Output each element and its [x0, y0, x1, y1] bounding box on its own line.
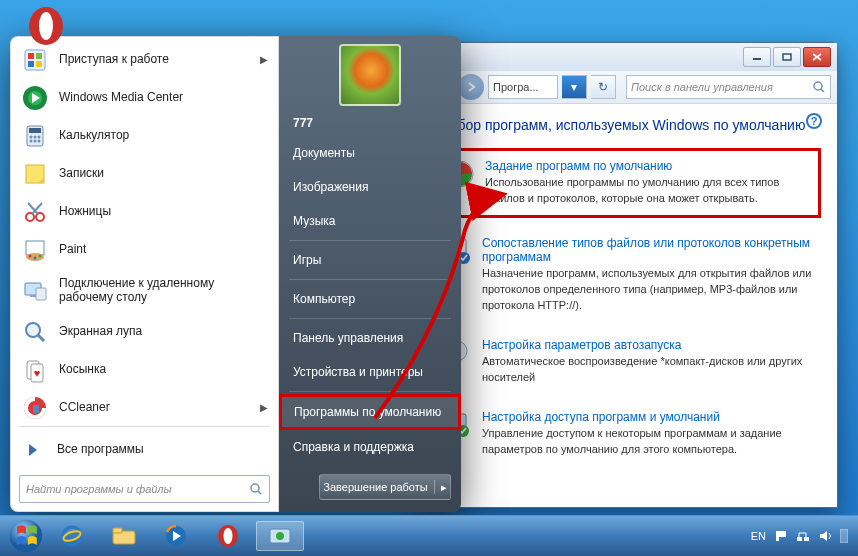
svg-point-37: [34, 140, 37, 143]
svg-rect-32: [29, 128, 41, 133]
option-link[interactable]: Сопоставление типов файлов или протоколо…: [482, 236, 817, 264]
svg-rect-83: [840, 529, 848, 543]
snip-icon: [21, 198, 49, 226]
svg-rect-27: [36, 61, 42, 67]
start-item-magnify[interactable]: Экранная лупа: [13, 313, 276, 351]
svg-text:♥: ♥: [34, 367, 41, 379]
svg-rect-78: [804, 537, 809, 541]
search-input[interactable]: Поиск в панели управления: [626, 75, 831, 99]
start-menu: Приступая к работе▶Windows Media CenterК…: [10, 36, 461, 512]
start-right-item-8[interactable]: Справка и поддержка: [279, 430, 461, 464]
start-menu-right-pane: 777 ДокументыИзображенияМузыкаИгрыКомпью…: [279, 36, 461, 512]
start-item-rdp[interactable]: Подключение к удаленному рабочему столу: [13, 269, 276, 313]
svg-rect-77: [797, 537, 802, 541]
user-avatar[interactable]: [339, 44, 401, 106]
taskbar-ie[interactable]: [48, 521, 96, 551]
taskbar-wmp[interactable]: [152, 521, 200, 551]
start-right-item-0[interactable]: Документы: [279, 136, 461, 170]
show-desktop-button[interactable]: [840, 529, 848, 543]
desktop-opera-icon[interactable]: [26, 6, 66, 49]
svg-rect-45: [26, 241, 44, 255]
sticky-icon: [21, 160, 49, 188]
start-menu-left-pane: Приступая к работе▶Windows Media CenterК…: [10, 36, 279, 512]
shutdown-button[interactable]: Завершение работы▸: [319, 474, 451, 500]
option-program-access[interactable]: Настройка доступа программ и умолчаний У…: [438, 406, 821, 462]
svg-point-33: [30, 136, 33, 139]
minimize-button[interactable]: [743, 47, 771, 67]
forward-button[interactable]: [458, 74, 484, 100]
svg-point-47: [29, 255, 32, 258]
calc-icon: [21, 122, 49, 150]
svg-point-75: [276, 532, 284, 540]
maximize-button[interactable]: [773, 47, 801, 67]
start-right-item-6[interactable]: Устройства и принтеры: [279, 355, 461, 389]
svg-line-62: [258, 491, 261, 494]
close-button[interactable]: [803, 47, 831, 67]
option-description: Автоматическое воспроизведение *компакт-…: [482, 355, 802, 383]
all-programs-icon: [19, 436, 47, 464]
option-link[interactable]: Задание программ по умолчанию: [485, 159, 814, 173]
start-item-snip[interactable]: Ножницы: [13, 193, 276, 231]
svg-rect-24: [28, 53, 34, 59]
window-titlebar[interactable]: [422, 43, 837, 71]
option-link[interactable]: Настройка параметров автозапуска: [482, 338, 817, 352]
svg-marker-82: [820, 531, 827, 541]
svg-line-54: [38, 335, 44, 341]
start-right-item-7[interactable]: Программы по умолчанию: [279, 394, 461, 430]
option-description: Назначение программ, используемых для от…: [482, 267, 811, 311]
submenu-arrow-icon: ▶: [260, 54, 268, 66]
svg-line-5: [821, 89, 824, 92]
svg-point-34: [34, 136, 37, 139]
search-icon: [249, 482, 263, 496]
start-right-item-2[interactable]: Музыка: [279, 204, 461, 238]
option-set-default-programs[interactable]: Задание программ по умолчанию Использова…: [438, 148, 821, 218]
start-item-paint[interactable]: Paint: [13, 231, 276, 269]
taskbar-opera[interactable]: [204, 521, 252, 551]
breadcrumb[interactable]: Програ...: [488, 75, 558, 99]
svg-point-35: [38, 136, 41, 139]
start-item-wmc[interactable]: Windows Media Center: [13, 79, 276, 117]
start-right-item-4[interactable]: Компьютер: [279, 282, 461, 316]
start-button[interactable]: [6, 516, 46, 556]
user-name[interactable]: 777: [279, 112, 461, 136]
start-item-solitaire[interactable]: ♥Косынка: [13, 351, 276, 389]
control-panel-window: Програ... ▾ ↻ Поиск в панели управления …: [421, 42, 838, 508]
taskbar: EN: [0, 515, 858, 556]
tray-network-icon[interactable]: [796, 529, 810, 543]
svg-point-4: [814, 82, 822, 90]
start-item-calc[interactable]: Калькулятор: [13, 117, 276, 155]
svg-rect-25: [36, 53, 42, 59]
start-search-input[interactable]: Найти программы и файлы: [19, 475, 270, 503]
tray-lang[interactable]: EN: [751, 530, 766, 542]
option-link[interactable]: Настройка доступа программ и умолчаний: [482, 410, 817, 424]
svg-point-61: [251, 484, 259, 492]
svg-rect-76: [776, 531, 779, 541]
start-item-ccleaner[interactable]: CCleaner▶: [13, 389, 276, 422]
start-right-item-5[interactable]: Панель управления: [279, 321, 461, 355]
option-description: Использование программы по умолчанию для…: [485, 176, 779, 204]
option-description: Управление доступом к некоторым программ…: [482, 427, 782, 455]
control-panel-body: ? Выбор программ, используемых Windows п…: [422, 104, 837, 507]
start-right-item-1[interactable]: Изображения: [279, 170, 461, 204]
tray-flag-icon[interactable]: [774, 529, 788, 543]
taskbar-control-panel[interactable]: [256, 521, 304, 551]
svg-rect-59: [33, 405, 39, 413]
help-icon[interactable]: ?: [805, 112, 823, 133]
solitaire-icon: ♥: [21, 356, 49, 384]
option-file-associations[interactable]: Сопоставление типов файлов или протоколо…: [438, 232, 821, 318]
start-right-item-3[interactable]: Игры: [279, 243, 461, 277]
refresh-button[interactable]: ↻: [591, 75, 616, 99]
tray-volume-icon[interactable]: [818, 529, 832, 543]
taskbar-explorer[interactable]: [100, 521, 148, 551]
svg-rect-51: [30, 295, 36, 297]
start-item-sticky[interactable]: Записки: [13, 155, 276, 193]
svg-rect-1: [783, 54, 791, 60]
svg-point-48: [34, 257, 37, 260]
breadcrumb-dropdown[interactable]: ▾: [562, 75, 587, 99]
all-programs-button[interactable]: Все программы: [11, 431, 278, 469]
page-title: Выбор программ, используемых Windows по …: [438, 116, 821, 134]
svg-point-36: [30, 140, 33, 143]
svg-rect-26: [28, 61, 34, 67]
svg-text:?: ?: [811, 115, 818, 127]
option-autoplay[interactable]: Настройка параметров автозапуска Автомат…: [438, 334, 821, 390]
